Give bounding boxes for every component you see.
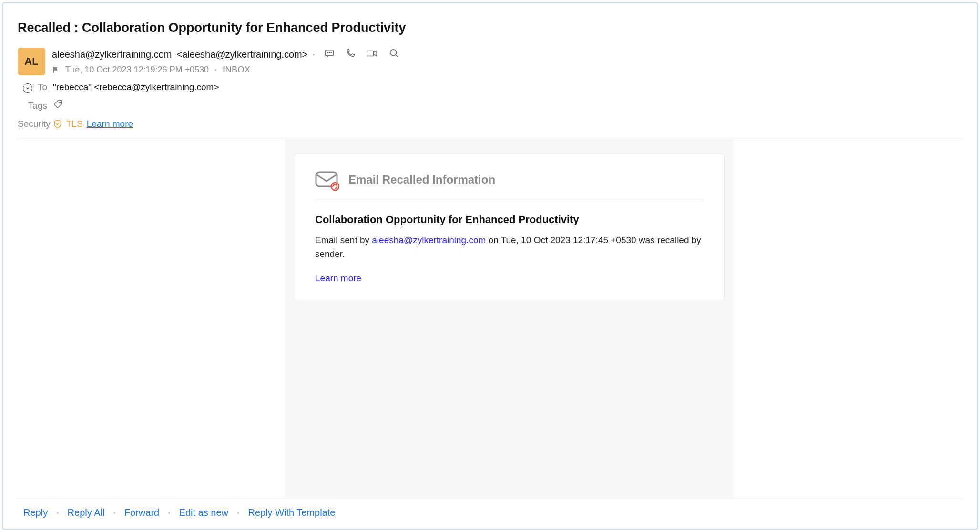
svg-rect-4 xyxy=(367,51,374,56)
separator-dot: ● xyxy=(56,511,59,515)
separator-dot: ● xyxy=(214,68,217,72)
svg-point-2 xyxy=(329,52,330,53)
reply-with-template-button[interactable]: Reply With Template xyxy=(248,507,335,518)
security-value: TLS Learn more xyxy=(53,119,962,129)
chat-icon[interactable] xyxy=(324,48,335,61)
svg-point-6 xyxy=(60,102,61,103)
svg-point-1 xyxy=(327,52,328,53)
security-learn-more-link[interactable]: Learn more xyxy=(87,119,133,129)
from-display: aleesha@zylkertraining.com xyxy=(52,49,172,60)
tags-label: Tags xyxy=(18,101,53,111)
expand-details-icon[interactable] xyxy=(23,83,32,93)
avatar-initials: AL xyxy=(24,55,38,68)
email-view-pane: Recalled : Collaboration Opportunity for… xyxy=(2,2,978,530)
recall-body-text: Email sent by aleesha@zylkertraining.com… xyxy=(315,234,703,261)
recall-learn-more-row: Learn more xyxy=(315,273,703,284)
separator-dot: ● xyxy=(113,511,115,515)
recall-card-title: Email Recalled Information xyxy=(348,173,495,186)
email-body-area: Email Recalled Information Collaboration… xyxy=(18,139,962,498)
recall-envelope-icon xyxy=(315,170,340,189)
separator-dot: ● xyxy=(237,511,239,515)
svg-point-3 xyxy=(331,52,331,53)
recall-sender-link[interactable]: aleesha@zylkertraining.com xyxy=(372,235,486,245)
recall-body-prefix: Email sent by xyxy=(315,235,372,245)
email-action-footer: Reply ● Reply All ● Forward ● Edit as ne… xyxy=(18,498,962,523)
search-icon[interactable] xyxy=(389,48,399,61)
folder-badge: INBOX xyxy=(223,65,251,75)
email-subject: Recalled : Collaboration Opportunity for… xyxy=(18,20,962,35)
separator-dot: ● xyxy=(312,52,315,57)
email-fields: To "rebecca" <rebecca@zylkertraining.com… xyxy=(18,82,962,129)
quick-action-icons xyxy=(324,48,399,61)
email-header: AL aleesha@zylkertraining.com <aleesha@z… xyxy=(18,48,962,75)
phone-icon[interactable] xyxy=(345,48,356,61)
recall-card-header: Email Recalled Information xyxy=(315,170,703,200)
video-icon[interactable] xyxy=(366,48,378,61)
to-label: To xyxy=(38,82,47,92)
forward-button[interactable]: Forward xyxy=(124,507,159,518)
meta-line: Tue, 10 Oct 2023 12:19:26 PM +0530 ● INB… xyxy=(52,65,399,75)
from-address: <aleesha@zylkertraining.com> xyxy=(177,49,308,60)
to-label-cell: To xyxy=(18,82,53,92)
security-label: Security xyxy=(18,119,53,129)
from-line: aleesha@zylkertraining.com <aleesha@zylk… xyxy=(52,48,399,61)
reply-button[interactable]: Reply xyxy=(23,507,48,518)
flag-icon[interactable] xyxy=(52,66,60,74)
tag-icon[interactable] xyxy=(53,99,63,110)
email-body-bg: Email Recalled Information Collaboration… xyxy=(285,139,733,498)
from-meta-wrap: aleesha@zylkertraining.com <aleesha@zylk… xyxy=(52,48,399,75)
edit-as-new-button[interactable]: Edit as new xyxy=(179,507,228,518)
separator-dot: ● xyxy=(168,511,170,515)
email-date: Tue, 10 Oct 2023 12:19:26 PM +0530 xyxy=(65,65,209,75)
tls-indicator: TLS xyxy=(66,119,83,129)
shield-icon xyxy=(53,119,62,129)
reply-all-button[interactable]: Reply All xyxy=(68,507,105,518)
sender-avatar[interactable]: AL xyxy=(18,48,45,75)
tags-value xyxy=(53,99,962,112)
svg-point-5 xyxy=(390,50,397,56)
recall-info-card: Email Recalled Information Collaboration… xyxy=(294,153,725,301)
recalled-original-subject: Collaboration Opportunity for Enhanced P… xyxy=(315,214,703,226)
to-value: "rebecca" <rebecca@zylkertraining.com> xyxy=(53,82,962,92)
recall-learn-more-link[interactable]: Learn more xyxy=(315,273,361,283)
